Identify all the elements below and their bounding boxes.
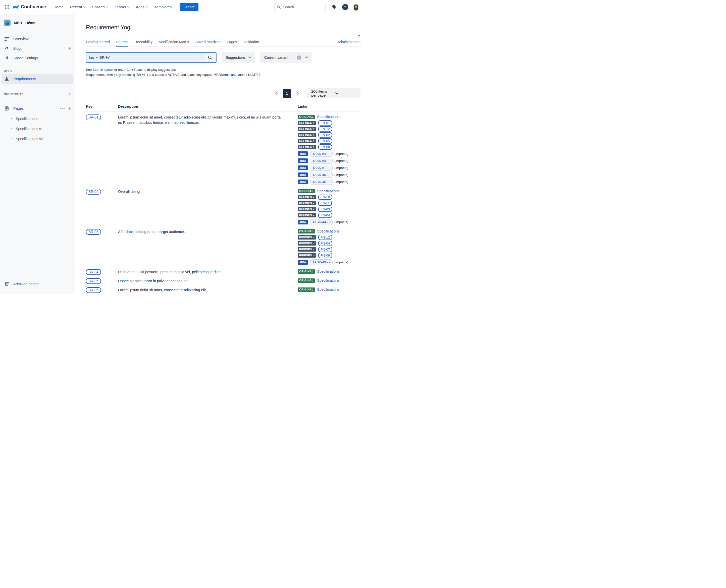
specifications-link[interactable]: Specifications (317, 229, 339, 233)
link-row-refines: REFINES > FN-12 (298, 127, 332, 131)
add-shortcut-icon[interactable]: + (68, 91, 71, 97)
nav-item-teams[interactable]: Teams (115, 5, 129, 9)
jira-issue-link[interactable]: TASK-54 - - (310, 151, 332, 157)
table-body: BR-01 Lorem ipsum dolor sit amet, consec… (86, 111, 361, 294)
requirement-key-link[interactable]: BR-01 (86, 114, 101, 120)
overview-icon (4, 37, 9, 41)
shortcuts-heading: SHORTCUTS + (0, 91, 75, 97)
specifications-link[interactable]: Specifications (317, 269, 339, 273)
chevron-down-icon (248, 57, 251, 59)
notifications-bell-icon[interactable] (330, 3, 338, 11)
apps-grid-icon[interactable] (3, 3, 11, 10)
requirement-key-link[interactable]: BR-02 (86, 189, 101, 194)
sidebar-page-specifications-v1[interactable]: •Specifications v1 (0, 124, 75, 134)
nav-item-templates[interactable]: Templates (155, 5, 172, 9)
jira-issue-link[interactable]: TASK-45 - - (310, 179, 332, 185)
tab-getting-started[interactable]: Getting started (86, 40, 110, 47)
search-syntax-link[interactable]: Search syntax (93, 68, 113, 71)
tab-validation[interactable]: Validation (243, 40, 259, 47)
jira-badge: JIRA (298, 151, 308, 156)
next-page-icon[interactable] (294, 91, 301, 96)
specifications-link[interactable]: Specifications (317, 288, 339, 292)
requirement-key-link[interactable]: BR-06 (86, 287, 101, 293)
sidebar-item-pages[interactable]: Pages ••• + (0, 104, 75, 113)
global-search[interactable] (275, 3, 326, 11)
requirement-description: Donec placerat tortor in pulvinar conseq… (118, 278, 298, 284)
specifications-link[interactable]: Specifications (317, 189, 339, 193)
nav-item-apps[interactable]: Apps (136, 5, 148, 9)
jira-issue-link[interactable]: TASK-44 - - (310, 219, 332, 225)
jira-issue-link[interactable]: TASK-49 - - (310, 259, 332, 265)
sidebar-item-requirements[interactable]: Requirements (2, 74, 73, 84)
refines-badge: REFINES > (298, 127, 316, 131)
requirement-search-field[interactable]: key ~ 'BR-%' (86, 52, 217, 63)
current-page-button[interactable]: 1 (283, 89, 291, 98)
sidebar-page-specifications[interactable]: •Specifications (0, 114, 75, 124)
items-per-page-select[interactable]: 200 items per page (307, 88, 361, 99)
jira-issue-link[interactable]: TASK-51 - - (310, 165, 332, 171)
add-page-icon[interactable]: + (68, 106, 71, 111)
refines-badge: REFINES > (298, 241, 316, 246)
jira-issue-link[interactable]: TASK-46 - - (310, 172, 332, 178)
sidebar-item-archived-pages[interactable]: Archived pages (4, 279, 71, 289)
suggestions-dropdown[interactable]: Suggestions (222, 52, 255, 63)
pages-document-icon (4, 106, 9, 111)
refined-requirement-link[interactable]: FN-09 (318, 253, 332, 258)
refined-requirement-link[interactable]: FN-04 (318, 241, 332, 246)
refined-requirement-link[interactable]: FN-11 (318, 201, 332, 206)
sidebar-item-overview[interactable]: Overview (0, 34, 75, 44)
refined-requirement-link[interactable]: FN-07 (318, 247, 332, 252)
tab-pages[interactable]: Pages (227, 40, 237, 47)
create-button[interactable]: Create (180, 3, 199, 11)
prev-page-icon[interactable] (273, 91, 280, 96)
refined-requirement-link[interactable]: FN-12 (318, 126, 332, 131)
ry-help-link[interactable]: ? (358, 34, 360, 38)
global-search-input[interactable] (282, 5, 321, 9)
link-row-jira: JIRA TASK-51 - - (impacts) (298, 165, 348, 171)
refines-badge: REFINES > (298, 253, 316, 258)
tab-saved-matrixes[interactable]: Saved matrixes (196, 40, 221, 47)
search-submit-icon[interactable] (205, 54, 215, 62)
link-row-refines: REFINES > FN-07 (298, 247, 332, 252)
jira-issue-link[interactable]: TASK-53 - - (310, 158, 332, 164)
link-row-refines: REFINES > FN-04 (298, 241, 332, 246)
refined-requirement-link[interactable]: FN-04 (318, 213, 332, 218)
refined-requirement-link[interactable]: FN-01 (318, 120, 332, 126)
nav-item-spaces[interactable]: Spaces (92, 5, 108, 9)
clear-variant-icon[interactable]: ✕ (297, 56, 301, 60)
refined-requirement-link[interactable]: FN-08 (318, 144, 332, 150)
pages-more-icon[interactable]: ••• (60, 107, 65, 110)
tab-administration[interactable]: Administration (337, 40, 361, 47)
tab-modification-matrix[interactable]: Modification Matrix (159, 40, 189, 47)
sidebar-page-specifications-v2[interactable]: •Specifications v2 (0, 134, 75, 144)
specifications-link[interactable]: Specifications (317, 278, 339, 282)
help-icon[interactable]: ? (341, 3, 349, 11)
requirement-key-link[interactable]: BR-04 (86, 269, 101, 275)
refined-requirement-link[interactable]: FN-05 (318, 138, 332, 144)
variant-dropdown[interactable]: Current variant ✕ (260, 52, 312, 63)
chevron-down-icon (83, 6, 86, 8)
link-row-jira: JIRA TASK-49 - - (impacts) (298, 259, 348, 265)
requirement-key-link[interactable]: BR-05 (86, 278, 101, 284)
sidebar-item-blog[interactable]: ” Blog + (0, 44, 75, 53)
sidebar-item-space-settings[interactable]: Space Settings (0, 53, 75, 63)
refined-requirement-link[interactable]: FN-10 (318, 194, 332, 200)
add-blog-icon[interactable]: + (68, 46, 71, 51)
requirement-key-link[interactable]: BR-03 (86, 229, 101, 235)
user-avatar[interactable] (352, 3, 360, 10)
refined-requirement-link[interactable]: FN-03 (318, 207, 332, 212)
link-row-refines: REFINES > FN-02 (298, 132, 332, 137)
nav-item-home[interactable]: Home (54, 5, 64, 9)
refined-requirement-link[interactable]: FN-02 (318, 132, 332, 138)
links-cell: ORIGINAL Specifications (298, 278, 361, 284)
space-header[interactable]: MBR - Démo (0, 14, 75, 29)
tab-traceability[interactable]: Traceability (134, 40, 153, 47)
tab-search[interactable]: Search (116, 40, 128, 47)
refined-requirement-link[interactable]: FN-12 (318, 235, 332, 240)
confluence-logo[interactable]: Confluence (13, 4, 46, 10)
specifications-link[interactable]: Specifications (317, 115, 339, 119)
nav-item-recent[interactable]: Recent (70, 5, 86, 9)
bullet-icon: • (11, 127, 12, 131)
page-tree: •Specifications•Specifications v1•Specif… (0, 114, 75, 144)
jira-badge: JIRA (298, 159, 308, 163)
